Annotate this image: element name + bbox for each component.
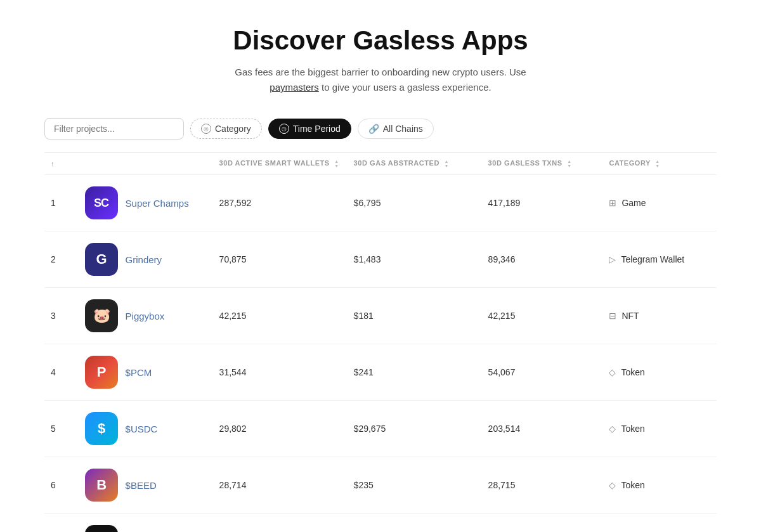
category-cell: ◇ Token [609, 457, 717, 514]
col-wallets[interactable]: 30D Active Smart Wallets ▲▼ [219, 153, 354, 175]
wallets-cell: 42,215 [219, 288, 354, 344]
gas-cell: $181 [354, 288, 488, 344]
rank-cell: 1 [44, 175, 85, 231]
app-logo: P [85, 356, 118, 389]
filters-bar: ◎ Category ◷ Time Period 🔗 All Chains [44, 118, 717, 139]
app-name-link[interactable]: Grindery [126, 254, 162, 265]
table-row: 5 $ $USDC 29,802 $29,675 203,514 ◇ Token [44, 401, 717, 457]
category-icon: ◇ [609, 480, 616, 490]
category-cell: ✉ Messaging [609, 514, 717, 532]
gas-cell: $235 [354, 457, 488, 514]
search-input[interactable] [44, 118, 184, 139]
table-body: 1 SC Super Champs 287,592 $6,795 417,189… [44, 175, 717, 532]
app-name-link[interactable]: $USDC [126, 424, 158, 434]
name-cell: P $PCM [85, 344, 219, 401]
txns-cell: 42,215 [488, 288, 609, 344]
category-cell: ◇ Token [609, 344, 717, 401]
category-label: Telegram Wallet [621, 254, 684, 264]
category-label: NFT [621, 311, 639, 321]
table-row: 3 🐷 Piggybox 42,215 $181 42,215 ⊟ NFT [44, 288, 717, 344]
time-period-filter-button[interactable]: ◷ Time Period [268, 119, 351, 139]
name-cell: $ $USDC [85, 401, 219, 457]
wallets-cell: 70,875 [219, 231, 354, 288]
category-icon: ⊟ [609, 311, 616, 321]
category-icon: ⊞ [609, 198, 616, 208]
category-filter-button[interactable]: ◎ Category [190, 119, 262, 139]
col-category[interactable]: Category ▲▼ [609, 153, 717, 175]
txns-cell: 417,189 [488, 175, 609, 231]
wallets-cell: 287,592 [219, 175, 354, 231]
gas-cell: $29,675 [354, 401, 488, 457]
sort-cat-icon: ▲▼ [655, 159, 660, 168]
category-cell: ⊞ Game [609, 175, 717, 231]
category-label: Token [621, 367, 644, 377]
category-icon: ◇ [609, 424, 616, 434]
table-row: 1 SC Super Champs 287,592 $6,795 417,189… [44, 175, 717, 231]
chain-link-icon: 🔗 [368, 124, 379, 134]
gas-cell: $1,079 [354, 514, 488, 532]
col-txns[interactable]: 30D Gasless TXNs ▲▼ [488, 153, 609, 175]
app-logo: G [85, 243, 118, 276]
app-logo: SC [85, 186, 118, 219]
category-icon: ▷ [609, 254, 616, 264]
table-row: 2 G Grindery 70,875 $1,483 89,346 ▷ Tele… [44, 231, 717, 288]
col-gas[interactable]: 30D Gas Abstracted ▲▼ [354, 153, 488, 175]
table-row: 6 B $BEED 28,714 $235 28,715 ◇ Token [44, 457, 717, 514]
col-rank[interactable]: ↑ [44, 153, 85, 175]
all-chains-filter-button[interactable]: 🔗 All Chains [358, 119, 434, 139]
category-label: Game [621, 198, 646, 208]
sort-txns-icon: ▲▼ [567, 159, 571, 168]
table-header: ↑ 30D Active Smart Wallets ▲▼ 30D Gas Ab… [44, 153, 717, 175]
name-cell: G Grindery [85, 231, 219, 288]
category-icon: ◇ [609, 367, 616, 377]
wallets-cell: 28,024 [219, 514, 354, 532]
paymasters-link[interactable]: paymasters [270, 82, 319, 93]
col-name [85, 153, 219, 175]
txns-cell: 54,067 [488, 344, 609, 401]
category-label: Token [621, 480, 644, 490]
time-icon: ◷ [279, 124, 289, 134]
gas-cell: $6,795 [354, 175, 488, 231]
rank-cell: 2 [44, 231, 85, 288]
app-name-link[interactable]: Super Champs [126, 198, 189, 209]
gas-cell: $241 [354, 344, 488, 401]
gas-cell: $1,483 [354, 231, 488, 288]
name-cell: T Towns [85, 514, 219, 532]
rank-cell: 5 [44, 401, 85, 457]
page-title: Discover Gasless Apps [44, 25, 717, 56]
name-cell: B $BEED [85, 457, 219, 514]
wallets-cell: 29,802 [219, 401, 354, 457]
wallets-cell: 31,544 [219, 344, 354, 401]
app-logo: B [85, 469, 118, 502]
category-cell: ▷ Telegram Wallet [609, 231, 717, 288]
projects-table: ↑ 30D Active Smart Wallets ▲▼ 30D Gas Ab… [44, 152, 717, 532]
wallets-cell: 28,714 [219, 457, 354, 514]
page-subtitle: Gas fees are the biggest barrier to onbo… [216, 65, 545, 95]
sort-wallets-icon: ▲▼ [334, 159, 339, 168]
category-cell: ◇ Token [609, 401, 717, 457]
txns-cell: 203,514 [488, 401, 609, 457]
table-row: 7 T Towns 28,024 $1,079 45,231 ✉ Messagi… [44, 514, 717, 532]
app-logo: 🐷 [85, 299, 118, 332]
name-cell: 🐷 Piggybox [85, 288, 219, 344]
txns-cell: 28,715 [488, 457, 609, 514]
txns-cell: 45,231 [488, 514, 609, 532]
app-name-link[interactable]: $PCM [126, 367, 152, 378]
rank-cell: 4 [44, 344, 85, 401]
app-logo: T [85, 525, 118, 532]
category-icon: ◎ [201, 124, 211, 134]
app-name-link[interactable]: $BEED [126, 480, 157, 491]
sort-gas-icon: ▲▼ [445, 159, 449, 168]
rank-cell: 3 [44, 288, 85, 344]
page-header: Discover Gasless Apps Gas fees are the b… [44, 25, 717, 95]
category-label: Token [621, 424, 644, 434]
name-cell: SC Super Champs [85, 175, 219, 231]
app-name-link[interactable]: Piggybox [126, 311, 165, 321]
rank-cell: 7 [44, 514, 85, 532]
txns-cell: 89,346 [488, 231, 609, 288]
app-logo: $ [85, 412, 118, 445]
category-cell: ⊟ NFT [609, 288, 717, 344]
table-row: 4 P $PCM 31,544 $241 54,067 ◇ Token [44, 344, 717, 401]
rank-cell: 6 [44, 457, 85, 514]
